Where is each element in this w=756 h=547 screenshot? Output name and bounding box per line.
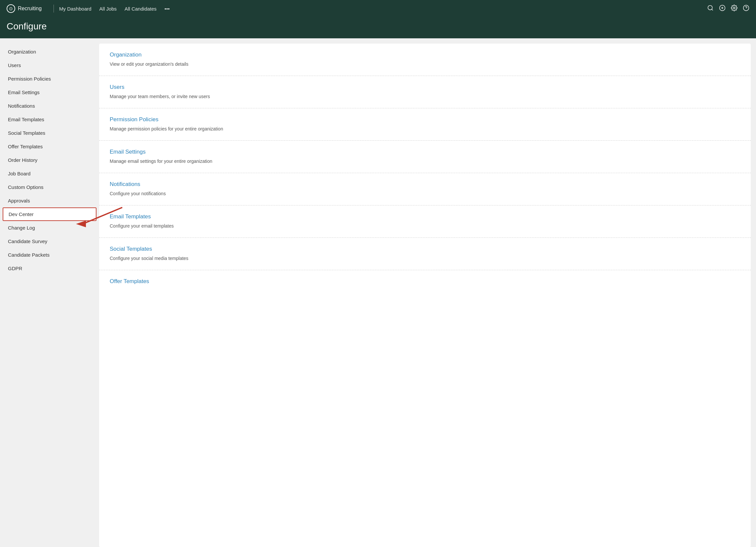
section-users: Users Manage your team members, or invit… [99, 76, 751, 108]
sidebar-item-order-history[interactable]: Order History [0, 153, 99, 167]
section-title-organization[interactable]: Organization [110, 52, 740, 58]
dev-center-container: Dev Center [0, 208, 99, 221]
section-desc-permission-policies: Manage permission policies for your enti… [110, 126, 740, 133]
svg-point-5 [734, 7, 735, 9]
sidebar-item-custom-options[interactable]: Custom Options [0, 180, 99, 194]
page-title: Configure [7, 21, 749, 32]
nav-all-jobs[interactable]: All Jobs [99, 6, 117, 12]
section-offer-templates: Offer Templates [99, 270, 751, 295]
sidebar-item-email-templates[interactable]: Email Templates [0, 113, 99, 126]
section-email-settings: Email Settings Manage email settings for… [99, 141, 751, 173]
sidebar-item-email-settings[interactable]: Email Settings [0, 86, 99, 99]
nav-all-candidates[interactable]: All Candidates [125, 6, 157, 12]
section-title-users[interactable]: Users [110, 84, 740, 91]
sidebar-item-users[interactable]: Users [0, 59, 99, 72]
content-area: Organization View or edit your organizat… [99, 44, 751, 547]
section-organization: Organization View or edit your organizat… [99, 44, 751, 76]
sidebar: Organization Users Permission Policies E… [0, 38, 99, 547]
main-container: Organization Users Permission Policies E… [0, 38, 756, 547]
page-header: Configure [0, 17, 756, 38]
help-icon[interactable] [743, 5, 749, 13]
section-desc-email-templates: Configure your email templates [110, 223, 740, 230]
add-icon[interactable] [719, 5, 726, 13]
section-title-notifications[interactable]: Notifications [110, 181, 740, 188]
nav-icons [707, 5, 749, 13]
sidebar-item-job-board[interactable]: Job Board [0, 167, 99, 180]
app-name: Recruiting [18, 6, 42, 12]
logo-icon: ⊙ [7, 4, 15, 13]
search-icon[interactable] [707, 5, 714, 13]
sidebar-item-organization[interactable]: Organization [0, 45, 99, 59]
section-email-templates: Email Templates Configure your email tem… [99, 206, 751, 238]
nav-more[interactable]: ••• [165, 6, 170, 12]
settings-icon[interactable] [731, 5, 737, 13]
section-title-offer-templates[interactable]: Offer Templates [110, 278, 740, 285]
svg-line-1 [712, 9, 713, 10]
section-title-social-templates[interactable]: Social Templates [110, 246, 740, 253]
nav-my-dashboard[interactable]: My Dashboard [59, 6, 92, 12]
section-desc-notifications: Configure your notifications [110, 190, 740, 197]
sidebar-item-approvals[interactable]: Approvals [0, 194, 99, 208]
section-title-permission-policies[interactable]: Permission Policies [110, 116, 740, 123]
sidebar-item-permission-policies[interactable]: Permission Policies [0, 72, 99, 86]
top-navigation: ⊙ Recruiting My Dashboard All Jobs All C… [0, 0, 756, 17]
section-desc-users: Manage your team members, or invite new … [110, 93, 740, 100]
nav-divider [54, 5, 54, 13]
sidebar-item-offer-templates[interactable]: Offer Templates [0, 140, 99, 153]
app-logo[interactable]: ⊙ Recruiting [7, 4, 42, 13]
svg-point-0 [708, 5, 712, 10]
sidebar-item-candidate-packets[interactable]: Candidate Packets [0, 248, 99, 262]
sidebar-item-change-log[interactable]: Change Log [0, 221, 99, 235]
sidebar-item-notifications[interactable]: Notifications [0, 99, 99, 113]
section-desc-organization: View or edit your organization's details [110, 61, 740, 68]
section-desc-social-templates: Configure your social media templates [110, 255, 740, 262]
section-permission-policies: Permission Policies Manage permission po… [99, 108, 751, 141]
section-title-email-settings[interactable]: Email Settings [110, 149, 740, 155]
sidebar-item-candidate-survey[interactable]: Candidate Survey [0, 235, 99, 248]
sidebar-item-dev-center[interactable]: Dev Center [3, 208, 96, 221]
section-notifications: Notifications Configure your notificatio… [99, 173, 751, 206]
sidebar-item-gdpr[interactable]: GDPR [0, 262, 99, 275]
section-title-email-templates[interactable]: Email Templates [110, 214, 740, 220]
section-social-templates: Social Templates Configure your social m… [99, 238, 751, 270]
sidebar-item-social-templates[interactable]: Social Templates [0, 126, 99, 140]
nav-links: My Dashboard All Jobs All Candidates ••• [59, 6, 170, 12]
section-desc-email-settings: Manage email settings for your entire or… [110, 158, 740, 165]
